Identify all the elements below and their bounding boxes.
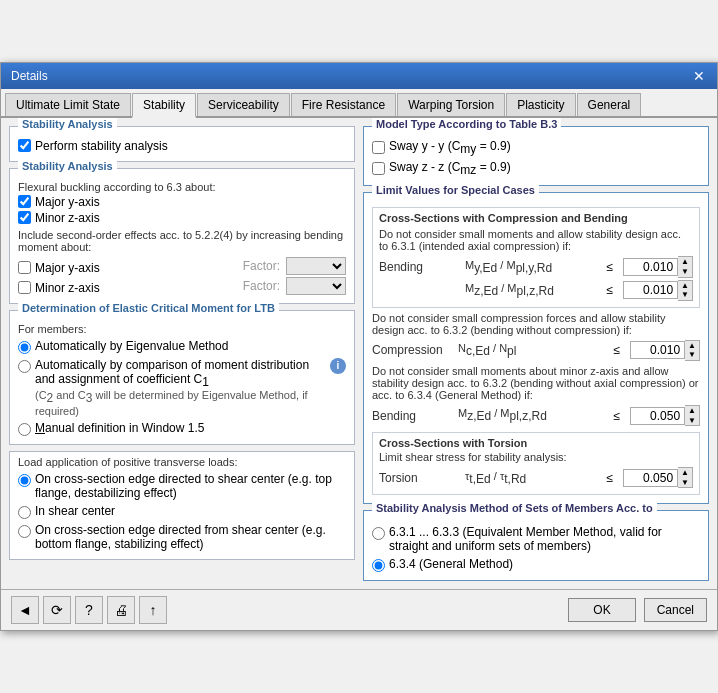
minor-z-checkbox[interactable] bbox=[18, 211, 31, 224]
method1-radio[interactable] bbox=[372, 527, 385, 540]
factor-label-2: Factor: bbox=[243, 279, 280, 293]
in-shear-row: In shear center bbox=[18, 504, 346, 519]
comparison-note: (C2 and C3 will be determined by Eigenva… bbox=[35, 389, 326, 417]
manual-row: Manual definition in Window 1.5 bbox=[18, 421, 346, 436]
torsion-spin-up[interactable]: ▲ bbox=[678, 468, 692, 478]
mz2-input[interactable] bbox=[630, 407, 685, 425]
mz2-spin-btns: ▲ ▼ bbox=[685, 405, 700, 426]
nc-formula: Nc,Ed / Npl bbox=[458, 342, 603, 358]
torsion-spin-btns: ▲ ▼ bbox=[678, 467, 693, 488]
comparison-radio[interactable] bbox=[18, 360, 31, 373]
on-cross1-label: On cross-section edge directed to shear … bbox=[35, 472, 346, 500]
perform-stability-checkbox[interactable] bbox=[18, 139, 31, 152]
stability-analysis-title: Stability Analysis bbox=[18, 118, 117, 130]
load-application-group: Load application of positive transverse … bbox=[9, 451, 355, 560]
tab-fire-resistance[interactable]: Fire Resistance bbox=[291, 93, 396, 116]
info-icon[interactable]: i bbox=[330, 358, 346, 374]
second-order-label: Include second-order effects acc. to 5.2… bbox=[18, 229, 346, 253]
nc-spin-up[interactable]: ▲ bbox=[685, 341, 699, 351]
torsion-spinner: ▲ ▼ bbox=[623, 467, 693, 488]
mz-spin-up[interactable]: ▲ bbox=[678, 281, 692, 291]
my-spinner: ▲ ▼ bbox=[623, 256, 693, 277]
reset-icon-btn[interactable]: ⟳ bbox=[43, 596, 71, 624]
nc-spinner: ▲ ▼ bbox=[630, 340, 700, 361]
eigenvalue-radio[interactable] bbox=[18, 341, 31, 354]
ok-button[interactable]: OK bbox=[568, 598, 635, 622]
do-not-2: Do not consider small compression forces… bbox=[372, 312, 700, 336]
sway-y-row: Sway y - y (Cmy = 0.9) bbox=[372, 139, 700, 156]
nc-input[interactable] bbox=[630, 341, 685, 359]
manual-label: Manual definition in Window 1.5 bbox=[35, 421, 204, 435]
my-formula: My,Ed / Mpl,y,Rd bbox=[465, 259, 596, 275]
factor-select-1[interactable] bbox=[286, 257, 346, 275]
mz2-spin-up[interactable]: ▲ bbox=[685, 406, 699, 416]
tab-general[interactable]: General bbox=[577, 93, 642, 116]
major-y-row: Major y-axis bbox=[18, 195, 346, 209]
cross-torsion-title: Cross-Sections with Torsion bbox=[379, 437, 693, 449]
stability-method-title: Stability Analysis Method of Sets of Mem… bbox=[372, 502, 657, 514]
tab-plasticity[interactable]: Plasticity bbox=[506, 93, 575, 116]
torsion-input[interactable] bbox=[623, 469, 678, 487]
major-y-label: Major y-axis bbox=[35, 195, 100, 209]
limit-values-group: Limit Values for Special Cases Cross-Sec… bbox=[363, 192, 709, 504]
limit-values-title: Limit Values for Special Cases bbox=[372, 184, 539, 196]
back-icon-btn[interactable]: ◄ bbox=[11, 596, 39, 624]
on-cross2-radio[interactable] bbox=[18, 525, 31, 538]
export-icon-btn[interactable]: ↑ bbox=[139, 596, 167, 624]
method2-radio[interactable] bbox=[372, 559, 385, 572]
compression-label: Compression bbox=[372, 343, 452, 357]
torsion-row: Torsion τt,Ed / τt,Rd ≤ ▲ ▼ bbox=[379, 467, 693, 488]
nc-row: Compression Nc,Ed / Npl ≤ ▲ ▼ bbox=[372, 340, 700, 361]
mz-spin-btns: ▲ ▼ bbox=[678, 280, 693, 301]
comparison-text: Automatically by comparison of moment di… bbox=[35, 358, 326, 418]
sway-y-checkbox[interactable] bbox=[372, 141, 385, 154]
torsion-spin-down[interactable]: ▼ bbox=[678, 478, 692, 488]
my-spin-up[interactable]: ▲ bbox=[678, 257, 692, 267]
stability-analysis-group: Stability Analysis Perform stability ana… bbox=[9, 126, 355, 162]
major-y-checkbox[interactable] bbox=[18, 195, 31, 208]
factor-select-2[interactable] bbox=[286, 277, 346, 295]
bottom-buttons: OK Cancel bbox=[568, 598, 707, 622]
minor-z2-row: Minor z-axis bbox=[18, 281, 237, 295]
major-y2-row: Major y-axis bbox=[18, 261, 237, 275]
eigenvalue-label: Automatically by Eigenvalue Method bbox=[35, 339, 228, 353]
mz-spin-down[interactable]: ▼ bbox=[678, 290, 692, 300]
dialog: Details ✕ Ultimate Limit State Stability… bbox=[0, 62, 718, 632]
in-shear-radio[interactable] bbox=[18, 506, 31, 519]
close-button[interactable]: ✕ bbox=[691, 69, 707, 83]
leq2: ≤ bbox=[606, 283, 613, 297]
major-y2-checkbox[interactable] bbox=[18, 261, 31, 274]
info-icon-btn[interactable]: ? bbox=[75, 596, 103, 624]
mz-input[interactable] bbox=[623, 281, 678, 299]
tab-bar: Ultimate Limit State Stability Serviceab… bbox=[1, 89, 717, 118]
minor-z2-checkbox[interactable] bbox=[18, 281, 31, 294]
bending2-label: Bending bbox=[372, 409, 452, 423]
tab-warping-torsion[interactable]: Warping Torsion bbox=[397, 93, 505, 116]
right-panel: Model Type According to Table B.3 Sway y… bbox=[363, 126, 709, 582]
cross-compression-title: Cross-Sections with Compression and Bend… bbox=[379, 212, 693, 224]
on-cross1-row: On cross-section edge directed to shear … bbox=[18, 472, 346, 500]
tab-ultimate-limit-state[interactable]: Ultimate Limit State bbox=[5, 93, 131, 116]
on-cross1-radio[interactable] bbox=[18, 474, 31, 487]
tab-serviceability[interactable]: Serviceability bbox=[197, 93, 290, 116]
nc-spin-btns: ▲ ▼ bbox=[685, 340, 700, 361]
do-not-3: Do not consider small moments about mino… bbox=[372, 365, 700, 401]
perform-stability-row: Perform stability analysis bbox=[18, 139, 346, 153]
my-input[interactable] bbox=[623, 258, 678, 276]
in-shear-label: In shear center bbox=[35, 504, 115, 518]
load-app-label: Load application of positive transverse … bbox=[18, 456, 346, 468]
cancel-button[interactable]: Cancel bbox=[644, 598, 707, 622]
mz2-spin-down[interactable]: ▼ bbox=[685, 416, 699, 426]
sway-z-checkbox[interactable] bbox=[372, 162, 385, 175]
tab-stability[interactable]: Stability bbox=[132, 93, 196, 118]
comparison-row: Automatically by comparison of moment di… bbox=[18, 358, 346, 418]
nc-spin-down[interactable]: ▼ bbox=[685, 350, 699, 360]
manual-radio[interactable] bbox=[18, 423, 31, 436]
leq4: ≤ bbox=[613, 409, 620, 423]
mz-row: Mz,Ed / Mpl,z,Rd ≤ ▲ ▼ bbox=[379, 280, 693, 301]
major-y2-label: Major y-axis bbox=[35, 261, 100, 275]
my-spin-down[interactable]: ▼ bbox=[678, 267, 692, 277]
mz-spinner: ▲ ▼ bbox=[623, 280, 693, 301]
print-icon-btn[interactable]: 🖨 bbox=[107, 596, 135, 624]
torsion-formula: τt,Ed / τt,Rd bbox=[465, 470, 596, 486]
